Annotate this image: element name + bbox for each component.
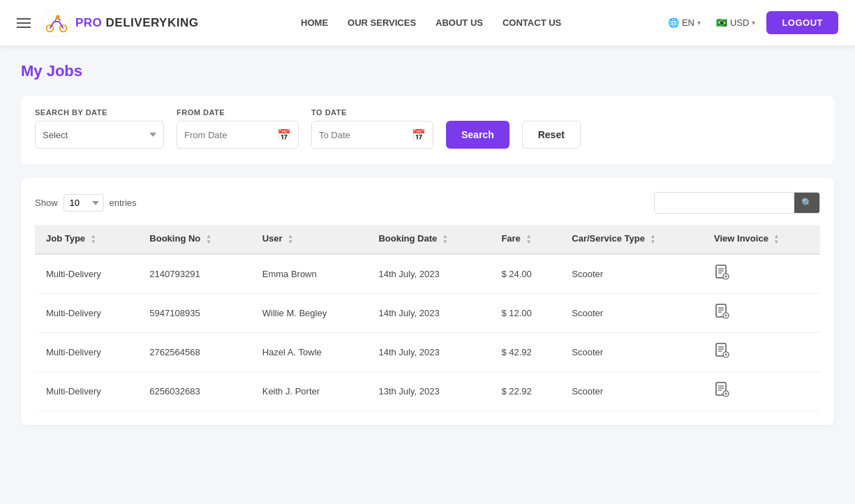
hamburger-menu[interactable] [17, 18, 31, 28]
cell-booking-no: 6256032683 [138, 371, 251, 410]
col-booking-no[interactable]: Booking No ▲▼ [138, 225, 251, 254]
sort-booking-no-icon: ▲▼ [206, 234, 211, 245]
cell-job-type: Multi-Delivery [35, 371, 138, 410]
lang-flag: 🌐 [668, 17, 679, 28]
view-invoice-button[interactable] [714, 269, 729, 283]
col-booking-date-label: Booking Date [378, 233, 437, 244]
logo-text: PRO DELIVERYKING [75, 16, 198, 30]
col-job-type-label: Job Type [46, 233, 85, 244]
from-date-calendar-icon[interactable]: 📅 [270, 128, 298, 142]
table-search-icon: 🔍 [801, 198, 812, 208]
header-right: 🌐 EN ▾ 🇧🇷 USD ▾ LOGOUT [664, 11, 838, 34]
view-invoice-button[interactable] [714, 308, 729, 322]
table-body: Multi-Delivery 2140793291 Emma Brown 14t… [35, 254, 820, 411]
jobs-table: Job Type ▲▼ Booking No ▲▼ User ▲▼ Bookin… [35, 225, 820, 411]
table-controls: Show 10 25 50 100 entries 🔍 [35, 192, 820, 214]
cell-user: Emma Brown [251, 254, 368, 294]
lang-label: EN [682, 17, 694, 28]
currency-selector[interactable]: 🇧🇷 USD ▾ [712, 15, 759, 31]
logo-icon [42, 8, 71, 38]
header: PRO DELIVERYKING HOME OUR SERVICES ABOUT… [0, 0, 855, 45]
sort-fare-icon: ▲▼ [526, 234, 531, 245]
table-header-row: Job Type ▲▼ Booking No ▲▼ User ▲▼ Bookin… [35, 225, 820, 254]
language-selector[interactable]: 🌐 EN ▾ [664, 15, 705, 31]
nav-contact-us[interactable]: CONTACT US [503, 17, 561, 28]
cell-booking-date: 13th July, 2023 [367, 371, 490, 410]
cell-view-invoice [703, 371, 820, 410]
cell-user: Willie M. Begley [251, 293, 368, 332]
cell-job-type: Multi-Delivery [35, 293, 138, 332]
col-fare[interactable]: Fare ▲▼ [490, 225, 560, 254]
show-label: Show [35, 198, 58, 208]
cell-user: Hazel A. Towle [251, 332, 368, 371]
col-booking-date[interactable]: Booking Date ▲▼ [367, 225, 490, 254]
table-row: Multi-Delivery 6256032683 Keith J. Porte… [35, 371, 820, 410]
to-date-calendar-icon[interactable]: 📅 [405, 128, 433, 142]
cell-view-invoice [703, 254, 820, 294]
table-search-input[interactable] [655, 193, 794, 212]
cell-car-service-type: Scooter [560, 254, 703, 294]
sort-booking-date-icon: ▲▼ [443, 234, 448, 245]
cell-booking-no: 2762564568 [138, 332, 251, 371]
sort-job-type-icon: ▲▼ [91, 234, 96, 245]
entries-label: entries [110, 198, 137, 208]
cell-booking-date: 14th July, 2023 [367, 293, 490, 332]
cell-job-type: Multi-Delivery [35, 254, 138, 294]
col-view-invoice[interactable]: View Invoice ▲▼ [703, 225, 820, 254]
cell-fare: $ 42.92 [490, 332, 560, 371]
cell-fare: $ 24.00 [490, 254, 560, 294]
cell-user: Keith J. Porter [251, 371, 368, 410]
table-search-wrap: 🔍 [654, 192, 820, 214]
to-date-group: TO DATE 📅 [311, 108, 433, 149]
search-button[interactable]: Search [446, 121, 510, 149]
logout-button[interactable]: LOGOUT [766, 11, 838, 34]
cell-car-service-type: Scooter [560, 332, 703, 371]
cell-booking-no: 5947108935 [138, 293, 251, 332]
from-date-input[interactable] [177, 121, 270, 148]
show-entries: Show 10 25 50 100 entries [35, 194, 137, 212]
reset-button[interactable]: Reset [522, 121, 581, 149]
cell-fare: $ 12.00 [490, 293, 560, 332]
filter-row: SEARCH BY DATE Select Today Yesterday La… [35, 108, 820, 149]
cell-job-type: Multi-Delivery [35, 332, 138, 371]
col-view-invoice-label: View Invoice [714, 233, 768, 244]
lang-chevron-icon: ▾ [697, 19, 701, 27]
col-user[interactable]: User ▲▼ [251, 225, 368, 254]
svg-point-0 [43, 8, 70, 36]
currency-chevron-icon: ▾ [752, 19, 755, 27]
cell-fare: $ 22.92 [490, 371, 560, 410]
page-title: My Jobs [21, 62, 834, 80]
nav-about-us[interactable]: ABOUT US [436, 17, 483, 28]
view-invoice-button[interactable] [714, 347, 729, 361]
cell-booking-no: 2140793291 [138, 254, 251, 294]
from-date-wrap: 📅 [177, 121, 299, 149]
col-car-service-type-label: Car/Service Type [572, 233, 645, 244]
table-row: Multi-Delivery 2140793291 Emma Brown 14t… [35, 254, 820, 294]
search-by-date-select[interactable]: Select Today Yesterday Last 7 Days Last … [35, 121, 164, 149]
table-row: Multi-Delivery 2762564568 Hazel A. Towle… [35, 332, 820, 371]
cell-booking-date: 14th July, 2023 [367, 332, 490, 371]
sort-user-icon: ▲▼ [288, 234, 293, 245]
svg-point-3 [56, 15, 60, 19]
col-job-type[interactable]: Job Type ▲▼ [35, 225, 138, 254]
col-fare-label: Fare [501, 233, 520, 244]
cell-view-invoice [703, 293, 820, 332]
table-section: Show 10 25 50 100 entries 🔍 [21, 178, 834, 425]
from-date-group: FROM DATE 📅 [177, 108, 299, 149]
table-header: Job Type ▲▼ Booking No ▲▼ User ▲▼ Bookin… [35, 225, 820, 254]
nav-our-services[interactable]: OUR SERVICES [348, 17, 416, 28]
nav-home[interactable]: HOME [301, 17, 328, 28]
currency-flag: 🇧🇷 [716, 17, 727, 28]
to-date-label: TO DATE [311, 108, 433, 117]
from-date-label: FROM DATE [177, 108, 299, 117]
header-left: PRO DELIVERYKING [17, 8, 198, 38]
entries-per-page-select[interactable]: 10 25 50 100 [64, 194, 104, 212]
main-nav: HOME OUR SERVICES ABOUT US CONTACT US [301, 17, 561, 28]
table-search-button[interactable]: 🔍 [794, 193, 819, 213]
view-invoice-button[interactable] [714, 386, 729, 400]
to-date-wrap: 📅 [311, 121, 433, 149]
col-booking-no-label: Booking No [149, 233, 200, 244]
logo[interactable]: PRO DELIVERYKING [42, 8, 198, 38]
col-car-service-type[interactable]: Car/Service Type ▲▼ [560, 225, 703, 254]
to-date-input[interactable] [312, 121, 405, 148]
